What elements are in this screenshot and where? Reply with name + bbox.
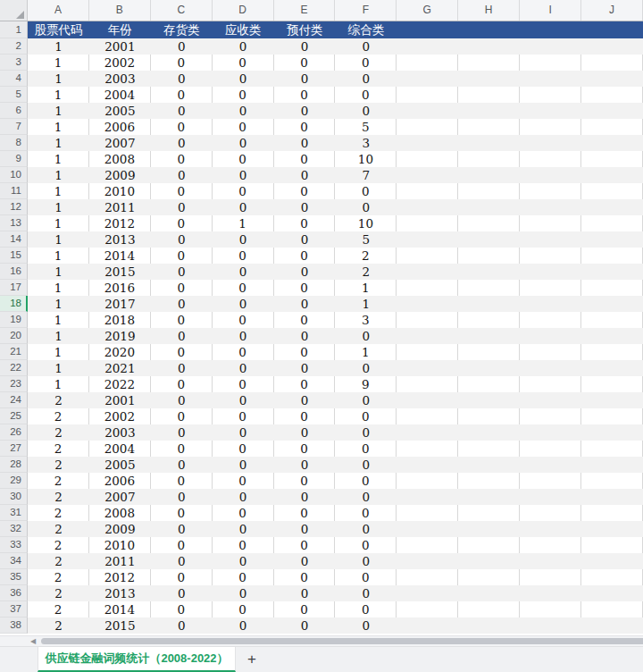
cell[interactable]: 2	[28, 569, 89, 585]
cell[interactable]	[397, 328, 458, 344]
cell[interactable]: 2005	[89, 103, 151, 119]
cell[interactable]: 0	[151, 183, 213, 199]
row-number[interactable]: 38	[0, 617, 28, 634]
cell[interactable]	[458, 119, 520, 135]
cell[interactable]: 0	[151, 231, 213, 248]
cell[interactable]	[581, 392, 643, 408]
cell[interactable]: 0	[151, 151, 213, 167]
cell[interactable]	[397, 135, 458, 151]
cell[interactable]: 1	[28, 71, 89, 87]
cell[interactable]	[520, 424, 581, 441]
cell[interactable]: 0	[274, 376, 336, 392]
cell[interactable]	[397, 248, 458, 264]
cell[interactable]	[397, 408, 458, 424]
cell[interactable]: 3	[335, 135, 397, 151]
cell[interactable]: 2016	[89, 280, 151, 296]
cell[interactable]	[458, 87, 520, 103]
cell[interactable]: 5	[335, 119, 397, 135]
cell[interactable]: 0	[213, 312, 274, 328]
cell[interactable]	[581, 601, 643, 617]
cell[interactable]: 1	[28, 38, 89, 55]
cell[interactable]	[581, 457, 643, 473]
column-letter[interactable]: D	[213, 0, 274, 21]
cell[interactable]: 0	[335, 71, 397, 87]
cell[interactable]	[581, 537, 643, 553]
cell[interactable]	[397, 119, 458, 135]
column-letter[interactable]: E	[274, 0, 336, 21]
cell[interactable]: 0	[151, 167, 213, 183]
cell[interactable]: 1	[28, 87, 89, 103]
cell[interactable]: 0	[151, 360, 213, 376]
cell[interactable]	[520, 183, 581, 199]
cell[interactable]: 2017	[89, 296, 151, 312]
cell[interactable]: 0	[213, 151, 274, 167]
row-number[interactable]: 13	[0, 215, 28, 231]
table-header-cell[interactable]	[581, 21, 643, 38]
cell[interactable]: 2007	[89, 489, 151, 505]
cell[interactable]: 1	[28, 360, 89, 376]
cell[interactable]: 0	[335, 601, 397, 617]
cell[interactable]	[458, 505, 520, 521]
cell[interactable]: 0	[274, 553, 336, 569]
cell[interactable]: 0	[274, 135, 336, 151]
cell[interactable]: 1	[28, 167, 89, 183]
cell[interactable]	[520, 489, 581, 505]
row-number[interactable]: 30	[0, 489, 28, 505]
cell[interactable]	[397, 441, 458, 457]
cell[interactable]: 0	[274, 344, 336, 360]
cell[interactable]	[581, 103, 643, 119]
cell[interactable]	[458, 617, 520, 634]
cell[interactable]: 0	[151, 280, 213, 296]
cell[interactable]	[397, 521, 458, 537]
cell[interactable]: 0	[274, 408, 336, 424]
cell[interactable]: 2	[335, 248, 397, 264]
row-number[interactable]: 34	[0, 553, 28, 569]
cell[interactable]: 1	[28, 344, 89, 360]
cell[interactable]: 2003	[89, 71, 151, 87]
cell[interactable]: 2019	[89, 328, 151, 344]
cell[interactable]: 0	[213, 392, 274, 408]
cell[interactable]	[520, 344, 581, 360]
row-number[interactable]: 22	[0, 360, 28, 376]
cell[interactable]	[397, 505, 458, 521]
cell[interactable]	[458, 264, 520, 280]
cell[interactable]: 9	[335, 376, 397, 392]
cell[interactable]: 0	[274, 38, 336, 55]
cell[interactable]: 0	[151, 441, 213, 457]
cell[interactable]: 0	[274, 248, 336, 264]
cell[interactable]	[397, 231, 458, 248]
cell[interactable]	[520, 569, 581, 585]
cell[interactable]: 2012	[89, 569, 151, 585]
cell[interactable]: 0	[335, 473, 397, 489]
table-header-cell[interactable]: 年份	[89, 21, 151, 38]
cell[interactable]	[397, 553, 458, 569]
cell[interactable]: 2	[28, 408, 89, 424]
cell[interactable]: 2008	[89, 151, 151, 167]
cell[interactable]	[397, 457, 458, 473]
cell[interactable]	[520, 199, 581, 215]
cell[interactable]: 2011	[89, 199, 151, 215]
row-number[interactable]: 20	[0, 328, 28, 344]
cell[interactable]	[581, 231, 643, 248]
cell[interactable]: 2010	[89, 183, 151, 199]
cell[interactable]	[520, 296, 581, 312]
cell[interactable]	[397, 103, 458, 119]
cell[interactable]: 2	[28, 585, 89, 601]
cell[interactable]: 0	[151, 264, 213, 280]
cell[interactable]: 1	[335, 280, 397, 296]
cell[interactable]: 1	[28, 280, 89, 296]
cell[interactable]	[397, 585, 458, 601]
cell[interactable]	[397, 360, 458, 376]
cell[interactable]: 0	[274, 103, 336, 119]
row-number[interactable]: 3	[0, 55, 28, 71]
cell[interactable]	[520, 585, 581, 601]
cell[interactable]: 0	[151, 376, 213, 392]
cell[interactable]	[520, 553, 581, 569]
table-header-cell[interactable]: 应收类	[213, 21, 274, 38]
cell[interactable]: 2013	[89, 231, 151, 248]
cell[interactable]: 0	[213, 585, 274, 601]
row-number[interactable]: 4	[0, 71, 28, 87]
cell[interactable]: 0	[151, 87, 213, 103]
cell[interactable]: 0	[213, 473, 274, 489]
cell[interactable]	[397, 87, 458, 103]
